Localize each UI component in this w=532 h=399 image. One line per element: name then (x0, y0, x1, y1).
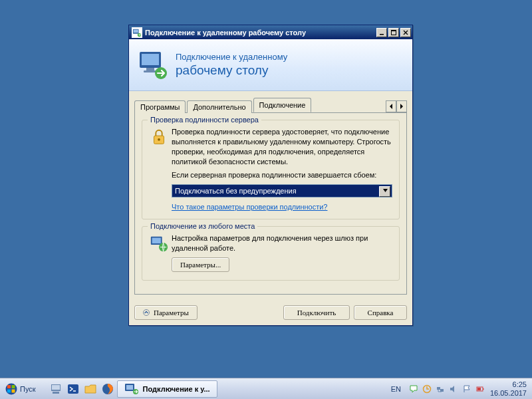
auth-help-link[interactable]: Что такое параметры проверки подлинности… (172, 203, 327, 211)
tab-label: Подключение (259, 101, 306, 109)
svg-rect-9 (144, 70, 157, 72)
auth-prompt: Если серверная проверка подлинности заве… (172, 170, 392, 180)
quicklaunch-explorer[interactable] (82, 381, 98, 397)
svg-rect-8 (146, 68, 154, 70)
options-toggle-button[interactable]: Параметры (134, 305, 198, 320)
taskbar-separator (43, 381, 47, 397)
taskbar: Пуск Подключение к у... EN 6:25 16.05.20… (0, 378, 532, 399)
svg-rect-28 (126, 385, 133, 390)
start-label: Пуск (20, 385, 36, 393)
tray-icon-flag[interactable] (462, 384, 471, 394)
banner-title: рабочему столу (176, 63, 287, 78)
minimize-button[interactable] (376, 28, 387, 37)
tab-strip: Программы Дополнительно Подключение (129, 91, 412, 112)
banner-subtitle: Подключение к удаленному (176, 52, 287, 62)
tab-label: Программы (140, 103, 180, 111)
svg-rect-34 (483, 388, 484, 390)
task-label: Подключение к у... (143, 385, 210, 393)
svg-rect-31 (437, 387, 440, 390)
quicklaunch-powershell[interactable] (65, 381, 81, 397)
gateway-settings-button[interactable]: Параметры... (172, 257, 229, 272)
taskbar-task-rdp[interactable]: Подключение к у... (117, 380, 217, 398)
quicklaunch-server-manager[interactable] (48, 381, 64, 397)
maximize-button[interactable] (388, 28, 399, 37)
tray-icon-power[interactable] (475, 384, 485, 394)
remote-desktop-icon (124, 383, 139, 395)
banner: Подключение к удаленному рабочему столу (129, 39, 412, 91)
app-icon (132, 27, 142, 38)
tray-icon-updates[interactable] (422, 384, 432, 394)
tray-icon-action-center[interactable] (409, 384, 418, 394)
svg-rect-3 (380, 34, 384, 35)
auth-failure-action-select[interactable]: Подключаться без предупреждения (172, 184, 392, 198)
tab-connection[interactable]: Подключение (253, 98, 312, 112)
tab-scroll-right[interactable] (396, 100, 407, 112)
svg-rect-24 (53, 392, 59, 394)
chevron-down-icon (383, 189, 388, 193)
svg-rect-7 (142, 54, 159, 65)
language-indicator[interactable]: EN (388, 384, 404, 394)
tab-panel-connection: Проверка подлинности сервера Проверка по… (134, 112, 407, 295)
close-button[interactable] (400, 28, 411, 37)
group-title: Проверка подлинности сервера (148, 116, 261, 124)
tab-advanced[interactable]: Дополнительно (187, 100, 251, 113)
combo-value: Подключаться без предупреждения (175, 187, 297, 195)
svg-point-16 (144, 309, 150, 315)
help-button[interactable]: Справка (354, 305, 407, 320)
tab-scroll-left[interactable] (386, 100, 396, 112)
svg-rect-14 (152, 238, 161, 243)
tab-label: Дополнительно (193, 103, 245, 111)
lock-icon (149, 127, 172, 211)
rdp-dialog: Подключение к удаленному рабочему столу … (128, 25, 413, 326)
clock-date: 16.05.2017 (490, 389, 527, 397)
svg-rect-35 (477, 388, 481, 390)
start-button[interactable]: Пуск (3, 380, 41, 398)
group-server-auth: Проверка подлинности сервера Проверка по… (142, 120, 400, 219)
system-tray: EN 6:25 16.05.2017 (388, 380, 529, 396)
group-gateway: Подключение из любого места Настройка па… (142, 226, 400, 281)
tray-icon-sound[interactable] (449, 384, 458, 394)
gateway-description: Настройка параметров для подключения чер… (172, 233, 392, 253)
svg-rect-23 (52, 385, 60, 390)
remote-desktop-icon (137, 49, 169, 81)
svg-rect-18 (7, 385, 11, 388)
svg-rect-1 (134, 29, 138, 32)
svg-point-12 (158, 138, 160, 141)
svg-rect-32 (440, 389, 444, 392)
svg-rect-19 (12, 385, 15, 388)
window-title: Подключение к удаленному рабочему столу (145, 29, 376, 37)
titlebar[interactable]: Подключение к удаленному рабочему столу (129, 25, 412, 39)
dialog-button-row: Параметры Подключить Справка (129, 300, 412, 325)
windows-logo-icon (5, 383, 17, 395)
quicklaunch-firefox[interactable] (100, 381, 116, 397)
svg-rect-20 (7, 389, 11, 392)
tray-icon-network[interactable] (436, 384, 445, 394)
clock[interactable]: 6:25 16.05.2017 (490, 380, 527, 396)
connect-button[interactable]: Подключить (283, 305, 350, 320)
globe-computer-icon (149, 233, 172, 272)
group-title: Подключение из любого места (148, 222, 257, 230)
clock-time: 6:25 (490, 380, 527, 388)
tab-programs[interactable]: Программы (134, 100, 186, 113)
svg-rect-5 (392, 30, 396, 31)
auth-description: Проверка подлинности сервера удостоверяе… (172, 127, 392, 166)
svg-rect-21 (12, 389, 15, 392)
chevron-up-icon (143, 309, 150, 316)
options-button-label: Параметры (154, 309, 189, 317)
